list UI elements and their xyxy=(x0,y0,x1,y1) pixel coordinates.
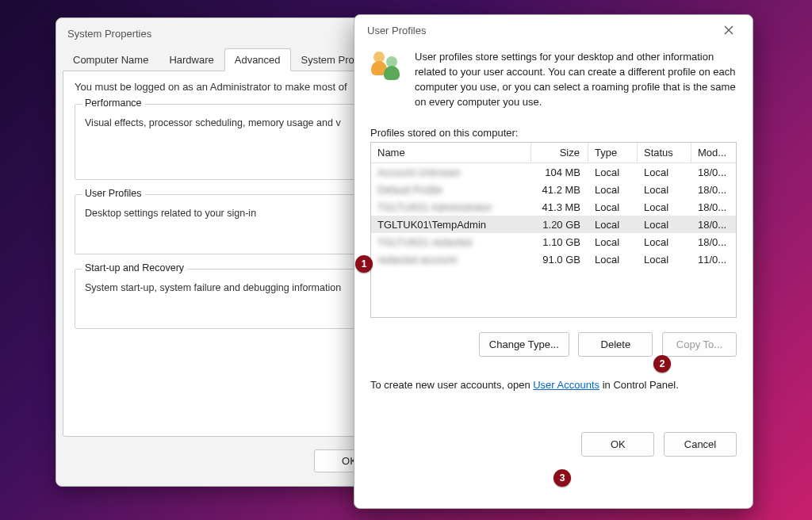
change-type-button[interactable]: Change Type... xyxy=(479,332,569,357)
cell-mod: 18/0... xyxy=(691,181,736,198)
sysprops-title: System Properties xyxy=(67,28,151,40)
cell-type: Local xyxy=(588,250,638,268)
group-performance-title: Performance xyxy=(82,98,145,109)
cell-type: Local xyxy=(588,198,638,216)
tab-computer-name[interactable]: Computer Name xyxy=(63,48,159,71)
tab-hardware[interactable]: Hardware xyxy=(159,48,224,71)
cell-mod: 18/0... xyxy=(691,198,736,216)
cell-status: Local xyxy=(638,216,691,233)
uprof-titlebar[interactable]: User Profiles xyxy=(354,15,753,45)
callout-1: 1 xyxy=(355,255,373,273)
cell-type: Local xyxy=(588,216,638,233)
cell-status: Local xyxy=(638,198,691,216)
cell-name: TGLTUK01\TempAdmin xyxy=(371,216,531,233)
uprof-cancel-button[interactable]: Cancel xyxy=(664,432,737,457)
table-row-selected[interactable]: TGLTUK01\TempAdmin 1.20 GB Local Local 1… xyxy=(371,216,736,233)
intro-text: User profiles store settings for your de… xyxy=(415,50,737,109)
table-row[interactable]: TGLTUK01 Administrator 41.3 MB Local Loc… xyxy=(371,198,736,216)
close-button[interactable] xyxy=(714,19,743,41)
cell-mod: 18/0... xyxy=(691,163,736,181)
group-startup-title: Start-up and Recovery xyxy=(82,262,187,273)
col-type[interactable]: Type xyxy=(588,143,638,162)
cell-mod: 11/0... xyxy=(691,250,736,268)
tab-advanced[interactable]: Advanced xyxy=(224,48,291,71)
cell-name: Default Profile xyxy=(371,181,531,198)
user-accounts-hint: To create new user accounts, open User A… xyxy=(370,379,737,391)
cell-size: 1.20 GB xyxy=(531,216,588,233)
table-header: Name Size Type Status Mod... xyxy=(371,143,736,163)
cell-size: 41.3 MB xyxy=(531,198,588,216)
callout-2: 2 xyxy=(653,355,671,373)
group-user-profiles-title: User Profiles xyxy=(82,188,145,199)
cell-mod: 18/0... xyxy=(691,233,736,250)
uprof-title: User Profiles xyxy=(367,25,426,36)
callout-3: 3 xyxy=(553,469,571,487)
copy-to-button: Copy To... xyxy=(662,332,737,357)
uprof-ok-button[interactable]: OK xyxy=(581,432,654,457)
profiles-list-label: Profiles stored on this computer: xyxy=(370,127,737,139)
cell-name: Account Unknown xyxy=(371,163,531,181)
cell-type: Local xyxy=(588,163,638,181)
cell-mod: 18/0... xyxy=(691,216,736,233)
cell-type: Local xyxy=(588,233,638,250)
table-row[interactable]: Account Unknown 104 MB Local Local 18/0.… xyxy=(371,163,736,181)
close-icon xyxy=(724,25,733,35)
cell-status: Local xyxy=(638,233,691,250)
cell-type: Local xyxy=(588,181,638,198)
cell-name: redacted account xyxy=(371,250,531,268)
cell-size: 41.2 MB xyxy=(531,181,588,198)
uprof-footer: OK Cancel xyxy=(370,432,737,457)
cell-name: TGLTUK01 Administrator xyxy=(371,198,531,216)
cell-status: Local xyxy=(638,250,691,268)
user-profiles-dialog: User Profiles User profiles store settin… xyxy=(354,14,753,509)
cell-size: 91.0 GB xyxy=(531,250,588,268)
col-status[interactable]: Status xyxy=(638,143,691,162)
users-icon xyxy=(370,50,404,83)
cell-status: Local xyxy=(638,163,691,181)
col-modified[interactable]: Mod... xyxy=(691,143,736,162)
col-size[interactable]: Size xyxy=(531,143,588,162)
delete-button[interactable]: Delete xyxy=(578,332,653,357)
table-row[interactable]: redacted account 91.0 GB Local Local 11/… xyxy=(371,250,736,268)
cell-name: TGLTUK01 redacted xyxy=(371,233,531,250)
cell-status: Local xyxy=(638,181,691,198)
cell-size: 1.10 GB xyxy=(531,233,588,250)
profile-buttons: Change Type... Delete Copy To... xyxy=(370,332,737,357)
user-accounts-link[interactable]: User Accounts xyxy=(533,379,599,391)
col-name[interactable]: Name xyxy=(371,143,531,162)
table-row[interactable]: TGLTUK01 redacted 1.10 GB Local Local 18… xyxy=(371,233,736,250)
profiles-table[interactable]: Name Size Type Status Mod... Account Unk… xyxy=(370,142,737,318)
cell-size: 104 MB xyxy=(531,163,588,181)
table-row[interactable]: Default Profile 41.2 MB Local Local 18/0… xyxy=(371,181,736,198)
